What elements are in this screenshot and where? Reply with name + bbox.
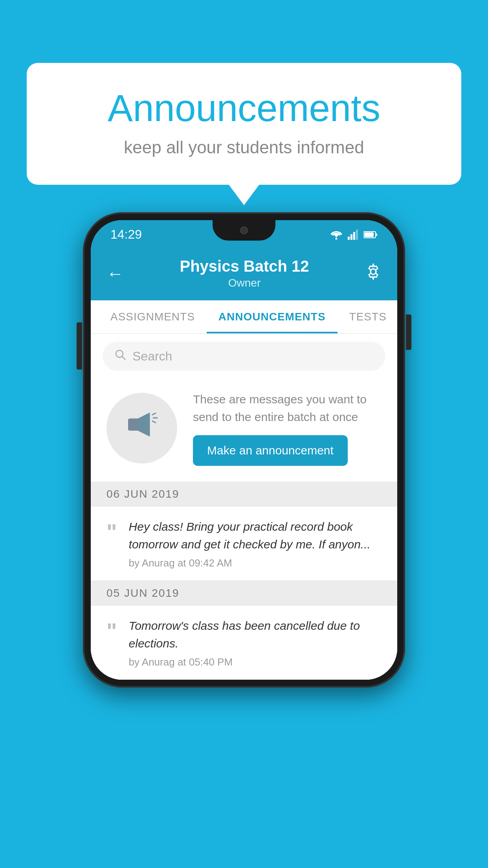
search-svg <box>114 349 126 360</box>
announcement-meta-1: by Anurag at 09:42 AM <box>129 557 382 569</box>
status-bar: 14:29 <box>91 220 397 248</box>
phone-outer: 14:29 <box>83 212 405 688</box>
date-divider-1: 06 JUN 2019 <box>91 482 397 507</box>
status-time: 14:29 <box>110 227 142 242</box>
svg-rect-12 <box>128 419 137 430</box>
date-divider-2: 05 JUN 2019 <box>91 581 397 606</box>
announcement-item-2[interactable]: " Tomorrow's class has been cancelled du… <box>91 606 397 680</box>
announcement-text-group-1: Hey class! Bring your practical record b… <box>129 518 382 569</box>
svg-line-15 <box>152 421 156 423</box>
search-icon <box>114 349 126 364</box>
speech-bubble: Announcements keep all your students inf… <box>27 63 461 185</box>
announcement-item-1[interactable]: " Hey class! Bring your practical record… <box>91 507 397 581</box>
svg-rect-3 <box>353 232 355 240</box>
speech-bubble-wrapper: Announcements keep all your students inf… <box>27 63 461 185</box>
svg-line-10 <box>122 356 125 360</box>
gear-icon <box>365 263 382 280</box>
tab-assignments[interactable]: ASSIGNMENTS <box>99 300 207 333</box>
search-placeholder-text: Search <box>132 349 172 364</box>
announcement-empty-state: These are messages you want to send to t… <box>91 379 397 482</box>
svg-rect-6 <box>376 234 377 236</box>
svg-rect-4 <box>356 230 358 240</box>
phone-wrapper: 14:29 <box>83 212 405 688</box>
back-button[interactable]: ← <box>106 264 124 283</box>
svg-rect-2 <box>350 234 352 240</box>
quote-icon-1: " <box>106 521 117 543</box>
tab-announcements[interactable]: ANNOUNCEMENTS <box>207 300 338 333</box>
status-icons <box>330 230 378 240</box>
speech-bubble-subtitle: keep all your students informed <box>58 138 430 157</box>
announcement-icon-circle <box>106 393 177 463</box>
megaphone-svg <box>124 407 160 442</box>
svg-rect-1 <box>348 237 350 240</box>
wifi-icon <box>330 230 343 240</box>
announcement-meta-2: by Anurag at 05:40 PM <box>129 656 382 668</box>
quote-icon-2: " <box>106 620 117 642</box>
notch <box>213 220 275 241</box>
header-title-group: Physics Batch 12 Owner <box>180 257 309 289</box>
phone-screen: 14:29 <box>91 220 397 680</box>
app-header: ← Physics Batch 12 Owner <box>91 248 397 300</box>
batch-title: Physics Batch 12 <box>180 257 309 275</box>
announcement-info: These are messages you want to send to t… <box>193 390 382 466</box>
megaphone-icon <box>124 407 160 450</box>
speech-bubble-title: Announcements <box>58 86 430 130</box>
tab-tests[interactable]: TESTS <box>338 300 397 333</box>
svg-line-13 <box>152 413 156 415</box>
announcement-message-2: Tomorrow's class has been cancelled due … <box>129 617 382 652</box>
battery-icon <box>363 231 378 239</box>
signal-icon <box>348 230 359 240</box>
settings-button[interactable] <box>365 263 382 283</box>
search-bar[interactable]: Search <box>103 342 385 371</box>
svg-point-0 <box>336 237 338 239</box>
tabs-bar: ASSIGNMENTS ANNOUNCEMENTS TESTS › <box>91 300 397 334</box>
empty-state-description: These are messages you want to send to t… <box>193 390 382 426</box>
svg-rect-7 <box>364 232 374 237</box>
announcement-text-group-2: Tomorrow's class has been cancelled due … <box>129 617 382 668</box>
announcement-message-1: Hey class! Bring your practical record b… <box>129 518 382 553</box>
search-bar-container: Search <box>91 334 397 379</box>
camera-dot <box>240 226 248 234</box>
make-announcement-button[interactable]: Make an announcement <box>193 435 348 466</box>
batch-subtitle: Owner <box>180 277 309 289</box>
